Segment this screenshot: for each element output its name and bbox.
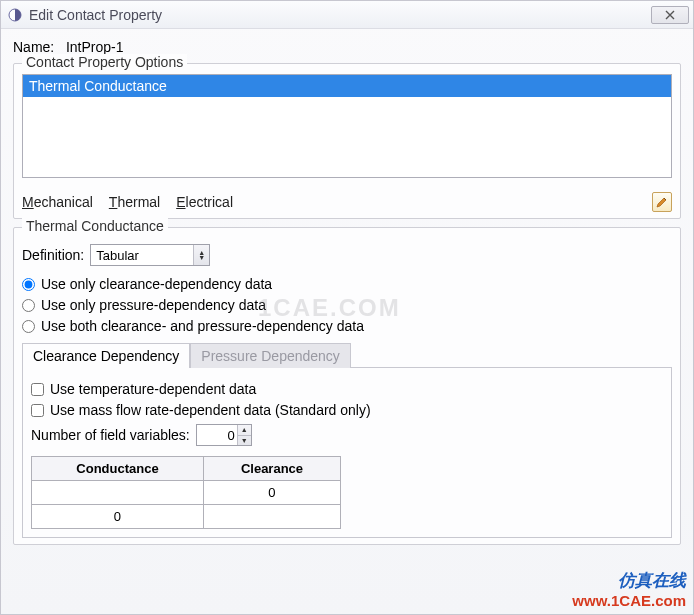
name-row: Name: IntProp-1	[13, 39, 681, 55]
radio-both-input[interactable]	[22, 320, 35, 333]
check-temperature[interactable]: Use temperature-dependent data	[31, 381, 663, 397]
spinner-icon[interactable]: ▲ ▼	[237, 425, 251, 445]
field-variables-input[interactable]: 0 ▲ ▼	[196, 424, 252, 446]
tab-thermal[interactable]: Thermal	[109, 194, 160, 210]
definition-label: Definition:	[22, 247, 84, 263]
tab-mechanical[interactable]: Mechanical	[22, 194, 93, 210]
table-header-clearance: Clearance	[203, 457, 340, 481]
tab-pressure-dependency[interactable]: Pressure Dependency	[190, 343, 351, 368]
data-table[interactable]: Conductance Clearance 0 0	[31, 456, 341, 529]
table-cell[interactable]	[32, 481, 204, 505]
definition-combo[interactable]: Tabular ▲▼	[90, 244, 210, 266]
combo-arrow-icon: ▲▼	[193, 245, 209, 265]
radio-clearance-only-label: Use only clearance-dependency data	[41, 276, 272, 292]
definition-value: Tabular	[96, 248, 139, 263]
category-tab-row: Mechanical Thermal Electrical	[22, 192, 672, 212]
radio-clearance-only[interactable]: Use only clearance-dependency data	[22, 276, 672, 292]
table-cell[interactable]	[203, 505, 340, 529]
field-variables-value: 0	[228, 428, 235, 443]
field-variables-row: Number of field variables: 0 ▲ ▼	[31, 424, 663, 446]
name-label: Name:	[13, 39, 54, 55]
dialog-content: Name: IntProp-1 Contact Property Options…	[1, 29, 693, 555]
radio-pressure-only[interactable]: Use only pressure-dependency data	[22, 297, 672, 313]
close-button[interactable]	[651, 6, 689, 24]
watermark-corner: 仿真在线 www.1CAE.com	[572, 569, 686, 609]
app-icon	[7, 7, 23, 23]
radio-both[interactable]: Use both clearance- and pressure-depende…	[22, 318, 672, 334]
options-listbox[interactable]: Thermal Conductance	[22, 74, 672, 178]
check-temperature-label: Use temperature-dependent data	[50, 381, 256, 397]
radio-clearance-only-input[interactable]	[22, 278, 35, 291]
radio-both-label: Use both clearance- and pressure-depende…	[41, 318, 364, 334]
field-variables-label: Number of field variables:	[31, 427, 190, 443]
edit-button[interactable]	[652, 192, 672, 212]
table-cell[interactable]: 0	[32, 505, 204, 529]
clearance-dependency-pane: Use temperature-dependent data Use mass …	[22, 367, 672, 538]
check-massflow-input[interactable]	[31, 404, 44, 417]
table-row[interactable]: 0	[32, 481, 341, 505]
radio-pressure-only-input[interactable]	[22, 299, 35, 312]
tab-clearance-dependency[interactable]: Clearance Dependency	[22, 343, 190, 368]
section-title: Thermal Conductance	[22, 218, 168, 234]
thermal-conductance-group: Thermal Conductance Definition: Tabular …	[13, 227, 681, 545]
definition-row: Definition: Tabular ▲▼	[22, 244, 672, 266]
watermark-line2: www.1CAE.com	[572, 592, 686, 609]
spin-up-icon[interactable]: ▲	[238, 425, 251, 436]
list-item[interactable]: Thermal Conductance	[23, 75, 671, 97]
dialog-window: Edit Contact Property Name: IntProp-1 Co…	[0, 0, 694, 615]
table-row[interactable]: 0	[32, 505, 341, 529]
check-temperature-input[interactable]	[31, 383, 44, 396]
titlebar: Edit Contact Property	[1, 1, 693, 29]
watermark-line1: 仿真在线	[572, 569, 686, 592]
radio-pressure-only-label: Use only pressure-dependency data	[41, 297, 266, 313]
inner-tabs: Clearance Dependency Pressure Dependency	[22, 342, 672, 367]
tab-electrical[interactable]: Electrical	[176, 194, 233, 210]
check-massflow[interactable]: Use mass flow rate-dependent data (Stand…	[31, 402, 663, 418]
check-massflow-label: Use mass flow rate-dependent data (Stand…	[50, 402, 371, 418]
window-title: Edit Contact Property	[29, 7, 651, 23]
table-header-conductance: Conductance	[32, 457, 204, 481]
spin-down-icon[interactable]: ▼	[238, 436, 251, 446]
table-header-row: Conductance Clearance	[32, 457, 341, 481]
name-value: IntProp-1	[66, 39, 124, 55]
options-groupbox: Contact Property Options Thermal Conduct…	[13, 63, 681, 219]
options-group-label: Contact Property Options	[22, 54, 187, 70]
table-cell[interactable]: 0	[203, 481, 340, 505]
